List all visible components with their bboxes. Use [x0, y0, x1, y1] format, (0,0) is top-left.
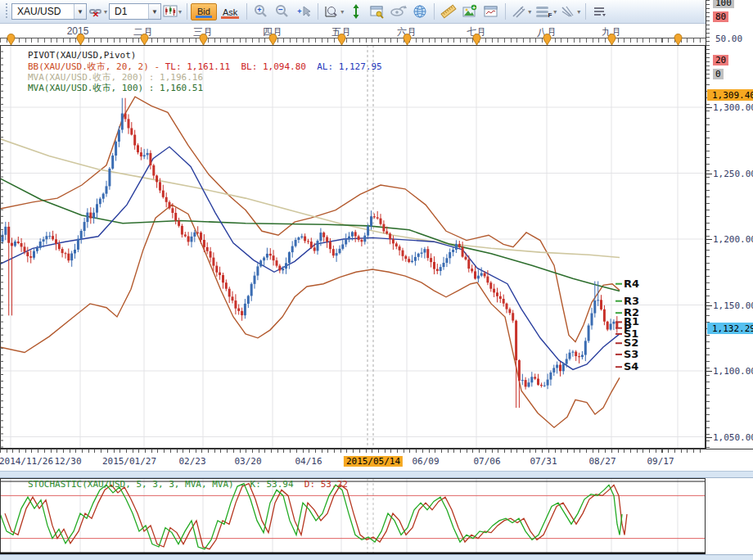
- price-axis-label: 1,050.00: [713, 432, 753, 443]
- price-axis-label: 1,250.00: [713, 169, 753, 179]
- date-label: 12/30: [54, 456, 81, 467]
- date-axis-ticks: [0, 449, 706, 453]
- price-axis-major-tick: [706, 371, 712, 372]
- pivot-label-s3: S3: [624, 348, 638, 360]
- symbol-value: XAU/USD: [12, 6, 74, 17]
- price-axis-label: 1,200.00: [713, 234, 753, 245]
- bid-underline: [196, 16, 212, 18]
- stochastic-axis-minor-ticks: [706, 0, 710, 76]
- price-axis-major-tick: [706, 239, 712, 240]
- bb-bl-value: 1,094.80: [263, 61, 306, 72]
- bb-al-value: 1,127.95: [339, 61, 382, 72]
- price-axis-label: 1,150.00: [713, 300, 753, 311]
- svg-text:F: F: [548, 11, 552, 19]
- cursor-plus-icon[interactable]: +: [294, 2, 313, 20]
- pivot-label-s4: S4: [624, 360, 638, 373]
- stochastic-legend: STOCHASTIC(XAU/USD, 5, 3, 3, MVA, MVA) -…: [28, 479, 348, 490]
- pivot-label-r3: R3: [624, 295, 639, 307]
- date-label: 06/09: [412, 456, 439, 467]
- month-marker-pin: [403, 34, 412, 46]
- stochastic-panel[interactable]: STOCHASTIC(XAU/USD, 5, 3, 3, MVA, MVA) -…: [0, 478, 753, 554]
- globe-icon[interactable]: [410, 2, 430, 20]
- chevron-down-icon[interactable]: ▾: [178, 8, 182, 16]
- toolbar-grip[interactable]: [4, 3, 9, 20]
- price-axis-major-tick: [706, 305, 712, 306]
- ruler-icon[interactable]: [439, 2, 458, 20]
- ask-button[interactable]: Ask: [217, 3, 243, 20]
- toolbar-separator: [318, 3, 318, 20]
- properties-icon[interactable]: [367, 2, 387, 20]
- stoch-d-value: 53.22: [321, 479, 348, 490]
- pivot-label-r4: R4: [624, 278, 639, 290]
- indicators-icon[interactable]: F ▾: [534, 2, 557, 20]
- chevron-down-icon[interactable]: ▾: [553, 8, 557, 16]
- date-label: 07/31: [530, 456, 557, 467]
- month-ribbon[interactable]: 2015二月三月四月五月六月七月八月九月: [0, 24, 753, 45]
- toolbar-separator: [585, 3, 586, 20]
- ask-underline: [221, 16, 239, 19]
- line-studies-icon[interactable]: ▾: [559, 2, 581, 20]
- legend-pivot: PIVOT(XAU/USD,Pivot): [28, 50, 136, 61]
- price-axis-label: 1,300.00: [713, 102, 753, 113]
- panel-separator[interactable]: [0, 471, 753, 478]
- main-chart[interactable]: PIVOT(XAU/USD,Pivot) BB(XAU/USD.收市, 20, …: [0, 45, 753, 449]
- stochastic-axis-label: 80: [713, 11, 728, 22]
- price-axis-minor-ticks: [706, 45, 710, 449]
- price-axis[interactable]: 1,300.001,250.001,200.001,150.001,100.00…: [706, 45, 753, 449]
- month-marker-pin: [472, 34, 481, 46]
- visibility-icon[interactable]: [389, 2, 408, 20]
- month-marker-pin: [140, 34, 149, 46]
- stochastic-axis-label: 100: [713, 0, 734, 8]
- add-image-icon[interactable]: +: [460, 2, 480, 20]
- menu-icon[interactable]: [590, 2, 610, 20]
- stochastic-axis-label: 20: [713, 55, 728, 65]
- month-marker-pin: [607, 34, 616, 46]
- svg-text:+: +: [298, 7, 302, 16]
- month-marker-pin: [337, 34, 346, 46]
- high-price-tag: 1,309.40: [707, 89, 753, 101]
- toolbar-separator: [246, 3, 247, 20]
- zoom-box-icon[interactable]: ▾: [322, 2, 345, 20]
- svg-text:✕: ✕: [92, 10, 99, 19]
- chevron-down-icon[interactable]: ▾: [104, 8, 107, 16]
- chart-window-icon[interactable]: [481, 2, 501, 20]
- chevron-down-icon[interactable]: ▼: [74, 4, 86, 19]
- date-label: 2014/11/26: [0, 456, 53, 467]
- chevron-down-icon[interactable]: ▾: [340, 8, 344, 16]
- price-axis-label: 1,100.00: [713, 366, 753, 377]
- unlink-icon[interactable]: ✕ ▾: [88, 2, 108, 20]
- trading-app-window: XAU/USD ▼ ✕ ▾ D1 ▼ ▾ Bid Ask + −: [0, 0, 753, 560]
- timeframe-select[interactable]: D1 ▼: [109, 3, 161, 20]
- month-marker-pin: [199, 34, 208, 46]
- svg-text:+: +: [258, 6, 262, 14]
- chevron-down-icon[interactable]: ▼: [148, 4, 160, 19]
- legend-mva100: MVA(XAU/USD.收市, 100) : 1,160.51: [28, 82, 203, 94]
- bid-button[interactable]: Bid: [191, 3, 217, 20]
- date-label: 02/23: [178, 456, 205, 467]
- timeframe-value: D1: [110, 6, 148, 17]
- toolbar-separator: [187, 3, 187, 20]
- date-label: 2015/01/27: [102, 456, 156, 467]
- date-label-selected: 2015/05/14: [344, 456, 403, 467]
- stoch-k-value: 53.94: [266, 479, 293, 490]
- toolbar-separator: [505, 3, 506, 20]
- chart-type-icon[interactable]: ▾: [162, 2, 183, 20]
- stochastic-axis-label: 50.00: [713, 34, 745, 44]
- stochastic-axis[interactable]: 1008050.00200: [706, 0, 753, 76]
- month-marker-pin: [76, 34, 85, 46]
- main-chart-canvas[interactable]: [0, 45, 753, 449]
- zoom-out-icon[interactable]: −: [273, 2, 292, 20]
- month-marker-pin: [268, 34, 277, 46]
- trendline-tools-icon[interactable]: ▾: [510, 2, 532, 20]
- svg-text:−: −: [278, 5, 283, 14]
- date-axis[interactable]: 2014/11/2612/302015/01/2702/2303/2004/16…: [0, 449, 753, 471]
- fit-vertical-icon[interactable]: [346, 2, 366, 20]
- time-ruler-ticks: [0, 38, 706, 43]
- chevron-down-icon[interactable]: ▾: [577, 8, 580, 16]
- toolbar-separator: [434, 3, 435, 20]
- price-axis-major-tick: [706, 437, 712, 438]
- chevron-down-icon[interactable]: ▾: [528, 8, 531, 16]
- bottom-strip: [0, 554, 753, 560]
- zoom-in-icon[interactable]: +: [251, 2, 271, 20]
- symbol-select[interactable]: XAU/USD ▼: [11, 3, 87, 20]
